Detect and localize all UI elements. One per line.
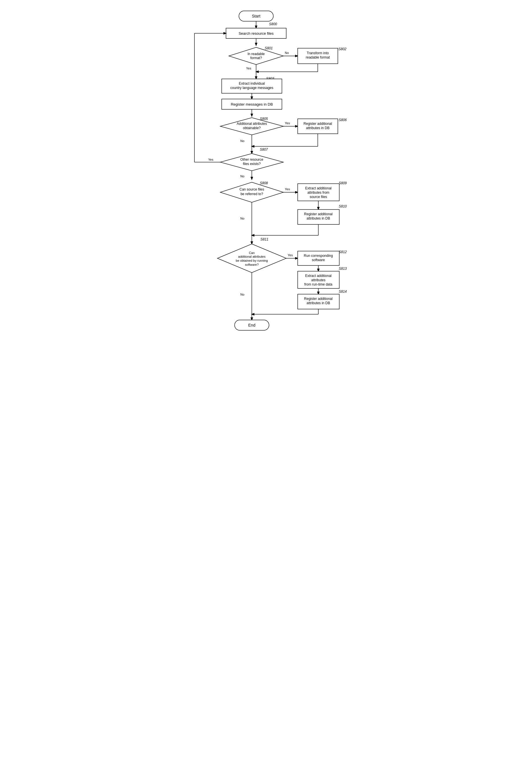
search-label: Search resource files bbox=[238, 31, 274, 35]
s800-label: S800 bbox=[269, 22, 277, 26]
s808-label: S808 bbox=[260, 181, 268, 185]
extract-source-label3: source files bbox=[309, 195, 327, 199]
end-label: End bbox=[248, 323, 255, 327]
register-add-attr-label2: attributes in DB bbox=[306, 126, 329, 130]
s813-label: S813 bbox=[339, 266, 347, 270]
s807-label: S807 bbox=[260, 148, 268, 152]
register-add-attr2-label1: Register additional bbox=[304, 212, 332, 216]
transform-label2: readable format bbox=[305, 55, 330, 59]
readable-label2: format? bbox=[250, 56, 262, 60]
run-software-q-label1: Can bbox=[249, 251, 254, 254]
s812-label: S812 bbox=[339, 250, 347, 254]
readable-label1: In readable bbox=[247, 52, 264, 56]
extract-source-label1: Extract additional bbox=[305, 186, 331, 190]
additional-attr-label1: Additional attributes bbox=[237, 122, 267, 126]
yes-label-run-software: Yes bbox=[288, 253, 293, 257]
extract-runtime-label3: from run-time data bbox=[304, 283, 332, 287]
s802-label: S802 bbox=[338, 47, 346, 51]
additional-attr-label2: obtainable? bbox=[243, 126, 260, 130]
no-label-source-refer: No bbox=[240, 217, 244, 220]
extract-lang-label1: Extract individual bbox=[239, 81, 265, 85]
s809-label: S809 bbox=[339, 181, 347, 185]
no-label-run-software: No bbox=[240, 293, 244, 296]
s810-label: S810 bbox=[339, 204, 347, 208]
run-software-q-label3: be obtained by running bbox=[236, 259, 268, 262]
s811-label: S811 bbox=[260, 237, 268, 241]
no-label-additional: No bbox=[240, 139, 244, 143]
transform-label1: Transform into bbox=[306, 51, 329, 55]
run-software-q-label4: software? bbox=[245, 263, 259, 266]
extract-source-label2: attributes from bbox=[307, 190, 329, 194]
start-label: Start bbox=[252, 14, 260, 18]
no-label-other-resource: No bbox=[240, 174, 244, 178]
source-refer-label2: be referred to? bbox=[240, 192, 263, 196]
source-refer-label1: Can source files bbox=[239, 187, 264, 191]
other-resource-label1: Other resource bbox=[240, 158, 263, 162]
other-resource-label2: files exists? bbox=[243, 162, 260, 166]
register-add-attr-label1: Register additional bbox=[303, 122, 332, 126]
yes-label-readable: Yes bbox=[246, 67, 251, 70]
no-label-readable: No bbox=[285, 51, 289, 55]
run-software-diamond bbox=[217, 244, 286, 273]
extract-runtime-label1: Extract additional bbox=[305, 274, 331, 278]
extract-runtime-label2: attributes bbox=[311, 278, 325, 282]
s806-label: S806 bbox=[339, 118, 347, 122]
register-add-attr3-label2: attributes in DB bbox=[306, 301, 330, 305]
s801-label: S801 bbox=[265, 46, 273, 50]
run-software-label2: software bbox=[312, 258, 325, 262]
yes-label-additional: Yes bbox=[285, 122, 290, 125]
flowchart-container: Start S800 Search resource files S801 In… bbox=[177, 6, 355, 321]
extract-lang-label2: country language messages bbox=[230, 86, 273, 90]
s814-label: S814 bbox=[339, 290, 347, 294]
yes-label-source-refer: Yes bbox=[285, 187, 290, 191]
run-software-q-label2: additional attributes bbox=[238, 255, 266, 258]
register-add-attr2-label2: attributes in DB bbox=[306, 216, 330, 220]
register-add-attr3-label1: Register additional bbox=[304, 297, 332, 301]
run-software-label1: Run corresponding bbox=[304, 254, 333, 258]
yes-label-other-resource: Yes bbox=[208, 158, 213, 161]
register-msg-label: Register messages in DB bbox=[231, 102, 273, 106]
